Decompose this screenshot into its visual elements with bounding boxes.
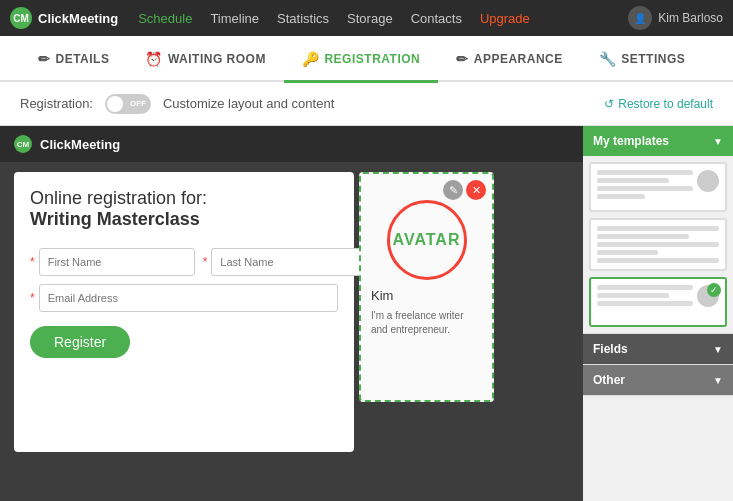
logo-icon: CM bbox=[10, 7, 32, 29]
top-navigation: CM ClickMeeting Schedule Timeline Statis… bbox=[0, 0, 733, 36]
first-name-required: * bbox=[30, 255, 35, 269]
other-section: Other ▼ bbox=[583, 365, 733, 396]
tab-waiting-room[interactable]: ⏰ WAITING ROOM bbox=[127, 37, 284, 83]
last-name-input[interactable] bbox=[211, 248, 367, 276]
form-preview-container: Online registration for: Writing Masterc… bbox=[0, 162, 583, 501]
restore-icon: ↺ bbox=[604, 97, 614, 111]
thumb-line bbox=[597, 178, 669, 183]
profile-bio: I'm a freelance writer and entrepreneur. bbox=[371, 309, 482, 337]
thumb-line bbox=[597, 170, 693, 175]
fields-chevron: ▼ bbox=[713, 344, 723, 355]
registration-label: Registration: bbox=[20, 96, 93, 111]
registration-icon: 🔑 bbox=[302, 51, 320, 67]
nav-timeline[interactable]: Timeline bbox=[210, 11, 259, 26]
email-input[interactable] bbox=[39, 284, 338, 312]
restore-default-link[interactable]: ↺ Restore to default bbox=[604, 97, 713, 111]
appearance-icon: ✏ bbox=[456, 51, 469, 67]
fields-header[interactable]: Fields ▼ bbox=[583, 334, 733, 364]
template-item-2[interactable] bbox=[589, 218, 727, 271]
tab-registration[interactable]: 🔑 REGISTRATION bbox=[284, 37, 438, 83]
my-templates-chevron: ▼ bbox=[713, 136, 723, 147]
other-header[interactable]: Other ▼ bbox=[583, 365, 733, 395]
profile-card: ✎ ✕ AVATAR Kim I'm a freelance writer an… bbox=[359, 172, 494, 402]
register-button[interactable]: Register bbox=[30, 326, 130, 358]
user-menu[interactable]: 👤 Kim Barloso bbox=[628, 6, 723, 30]
template-item-3[interactable]: ✓ bbox=[589, 277, 727, 327]
profile-name: Kim bbox=[371, 288, 393, 303]
my-templates-section: My templates ▼ bbox=[583, 126, 733, 334]
name-row: * * bbox=[30, 248, 338, 276]
thumb-line bbox=[597, 226, 719, 231]
thumb-line bbox=[597, 186, 693, 191]
panel-logo-icon: CM bbox=[14, 135, 32, 153]
nav-links: Schedule Timeline Statistics Storage Con… bbox=[138, 11, 628, 26]
thumb-line bbox=[597, 285, 693, 290]
template-3-lines bbox=[597, 285, 693, 306]
nav-contacts[interactable]: Contacts bbox=[411, 11, 462, 26]
template-item-1[interactable] bbox=[589, 162, 727, 212]
first-name-input[interactable] bbox=[39, 248, 195, 276]
user-avatar: 👤 bbox=[628, 6, 652, 30]
registration-bar: Registration: OFF Customize layout and c… bbox=[0, 82, 733, 126]
tab-settings[interactable]: 🔧 SETTINGS bbox=[581, 37, 704, 83]
thumb-line bbox=[597, 250, 658, 255]
nav-storage[interactable]: Storage bbox=[347, 11, 393, 26]
right-sidebar: My templates ▼ bbox=[583, 126, 733, 501]
form-fields: * * * bbox=[30, 248, 338, 312]
form-title: Online registration for: Writing Masterc… bbox=[30, 188, 338, 230]
form-card: Online registration for: Writing Masterc… bbox=[14, 172, 354, 452]
settings-icon: 🔧 bbox=[599, 51, 617, 67]
waiting-room-icon: ⏰ bbox=[145, 51, 163, 67]
avatar-text: AVATAR bbox=[393, 231, 461, 249]
thumb-line bbox=[597, 293, 669, 298]
thumb-line bbox=[597, 194, 645, 199]
last-name-group: * bbox=[203, 248, 368, 276]
panel-logo-text: ClickMeeting bbox=[40, 137, 120, 152]
details-icon: ✏ bbox=[38, 51, 51, 67]
logo[interactable]: CM ClickMeeting bbox=[10, 7, 118, 29]
thumb-line bbox=[597, 234, 689, 239]
tab-appearance[interactable]: ✏ APPEARANCE bbox=[438, 37, 581, 83]
toggle-off-text: OFF bbox=[130, 99, 146, 108]
last-name-required: * bbox=[203, 255, 208, 269]
tab-bar: ✏ DETAILS ⏰ WAITING ROOM 🔑 REGISTRATION … bbox=[0, 36, 733, 82]
main-content: CM ClickMeeting Online registration for:… bbox=[0, 126, 733, 501]
profile-card-actions: ✎ ✕ bbox=[443, 180, 486, 200]
nav-statistics[interactable]: Statistics bbox=[277, 11, 329, 26]
template-1-lines bbox=[597, 170, 693, 199]
toggle-knob bbox=[107, 96, 123, 112]
email-required: * bbox=[30, 291, 35, 305]
thumb-line bbox=[597, 242, 719, 247]
delete-profile-button[interactable]: ✕ bbox=[466, 180, 486, 200]
user-name: Kim Barloso bbox=[658, 11, 723, 25]
first-name-group: * bbox=[30, 248, 195, 276]
preview-panel: CM ClickMeeting Online registration for:… bbox=[0, 126, 583, 501]
selected-checkmark: ✓ bbox=[707, 283, 721, 297]
reg-bar-left: Registration: OFF Customize layout and c… bbox=[20, 94, 334, 114]
thumb-line bbox=[597, 301, 693, 306]
nav-schedule[interactable]: Schedule bbox=[138, 11, 192, 26]
panel-header: CM ClickMeeting bbox=[0, 126, 583, 162]
edit-profile-button[interactable]: ✎ bbox=[443, 180, 463, 200]
thumb-line bbox=[597, 258, 719, 263]
template-1-avatar bbox=[697, 170, 719, 192]
fields-section: Fields ▼ bbox=[583, 334, 733, 365]
content-area: Registration: OFF Customize layout and c… bbox=[0, 82, 733, 501]
email-group: * bbox=[30, 284, 338, 312]
template-items: ✓ bbox=[583, 156, 733, 333]
nav-upgrade[interactable]: Upgrade bbox=[480, 11, 530, 26]
avatar-circle: AVATAR bbox=[387, 200, 467, 280]
other-chevron: ▼ bbox=[713, 375, 723, 386]
form-preview-wrapper: Online registration for: Writing Masterc… bbox=[14, 172, 354, 452]
registration-toggle[interactable]: OFF bbox=[105, 94, 151, 114]
my-templates-header[interactable]: My templates ▼ bbox=[583, 126, 733, 156]
logo-text: ClickMeeting bbox=[38, 11, 118, 26]
tab-details[interactable]: ✏ DETAILS bbox=[20, 37, 127, 83]
customize-text: Customize layout and content bbox=[163, 96, 334, 111]
template-2-lines bbox=[597, 226, 719, 263]
